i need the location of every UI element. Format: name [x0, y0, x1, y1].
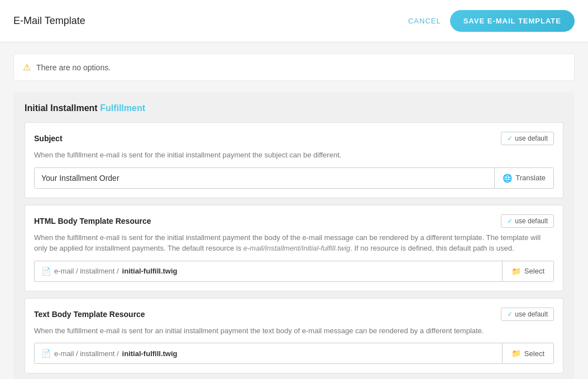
html-body-field-header: HTML Body Template Resource ✓ use defaul…	[34, 214, 554, 228]
section-title-plain: Initial Installment	[25, 103, 100, 113]
html-body-path-bold: initial-fulfill.twig	[122, 267, 178, 275]
text-body-description: When the fulfillment e-mail is sent for …	[34, 325, 554, 337]
text-body-file-row: 📄 e-mail / installment / initial-fulfill…	[34, 343, 554, 364]
folder-icon-2: 📁	[511, 349, 521, 358]
subject-field-card: Subject ✓ use default When the fulfillme…	[25, 122, 563, 198]
notice-box: ⚠ There are no options.	[13, 54, 575, 81]
text-body-path-bold: initial-fulfill.twig	[122, 349, 178, 358]
translate-button[interactable]: 🌐 Translate	[494, 168, 553, 188]
html-body-use-default-button[interactable]: ✓ use default	[501, 214, 554, 228]
html-body-path-prefix: e-mail / installment /	[54, 267, 119, 275]
text-body-use-default-label: use default	[515, 310, 548, 318]
page-header: E-Mail Template CANCEL SAVE E-MAIL TEMPL…	[0, 0, 588, 42]
translate-label: Translate	[515, 174, 546, 182]
header-actions: CANCEL SAVE E-MAIL TEMPLATE	[408, 10, 575, 32]
html-body-select-button[interactable]: 📁 Select	[502, 261, 553, 281]
notice-text: There are no options.	[36, 63, 111, 72]
section-card: Initial Installment Fulfillment Subject …	[13, 92, 575, 379]
check-icon-2: ✓	[507, 217, 513, 225]
subject-input-row: 🌐 Translate	[34, 167, 554, 189]
text-body-select-button[interactable]: 📁 Select	[502, 343, 553, 363]
file-icon-2: 📄	[41, 349, 51, 358]
text-body-field-card: Text Body Template Resource ✓ use defaul…	[25, 298, 563, 374]
folder-icon: 📁	[511, 267, 521, 276]
page-content: ⚠ There are no options. Initial Installm…	[0, 42, 588, 379]
subject-label: Subject	[34, 134, 63, 143]
html-body-select-label: Select	[524, 267, 544, 275]
html-body-label: HTML Body Template Resource	[34, 217, 151, 226]
subject-description: When the fulfillment e-mail is sent for …	[34, 150, 554, 161]
text-body-file-path: 📄 e-mail / installment / initial-fulfill…	[35, 343, 502, 363]
page-title: E-Mail Template	[13, 15, 85, 27]
html-body-file-path: 📄 e-mail / installment / initial-fulfill…	[35, 261, 502, 281]
subject-input[interactable]	[35, 168, 494, 188]
section-title: Initial Installment Fulfillment	[25, 103, 563, 113]
html-body-field-card: HTML Body Template Resource ✓ use defaul…	[25, 205, 563, 291]
text-body-use-default-button[interactable]: ✓ use default	[501, 308, 554, 321]
html-body-use-default-label: use default	[515, 217, 548, 225]
text-body-field-header: Text Body Template Resource ✓ use defaul…	[34, 308, 554, 321]
section-title-highlight: Fulfillment	[100, 103, 145, 113]
text-body-select-label: Select	[524, 349, 544, 358]
subject-use-default-label: use default	[515, 135, 548, 142]
file-icon: 📄	[41, 267, 51, 276]
check-icon-3: ✓	[507, 310, 513, 318]
globe-icon: 🌐	[503, 174, 512, 183]
save-email-template-button[interactable]: SAVE E-MAIL TEMPLATE	[450, 10, 575, 32]
subject-use-default-button[interactable]: ✓ use default	[501, 132, 554, 145]
html-body-description: When the fulfillment e-mail is sent for …	[34, 232, 554, 254]
text-body-path-prefix: e-mail / installment /	[54, 349, 119, 358]
cancel-button[interactable]: CANCEL	[408, 17, 441, 25]
check-icon: ✓	[507, 135, 513, 142]
subject-field-header: Subject ✓ use default	[34, 132, 554, 145]
warning-icon: ⚠	[23, 62, 31, 73]
html-body-file-row: 📄 e-mail / installment / initial-fulfill…	[34, 261, 554, 282]
text-body-label: Text Body Template Resource	[34, 310, 145, 319]
